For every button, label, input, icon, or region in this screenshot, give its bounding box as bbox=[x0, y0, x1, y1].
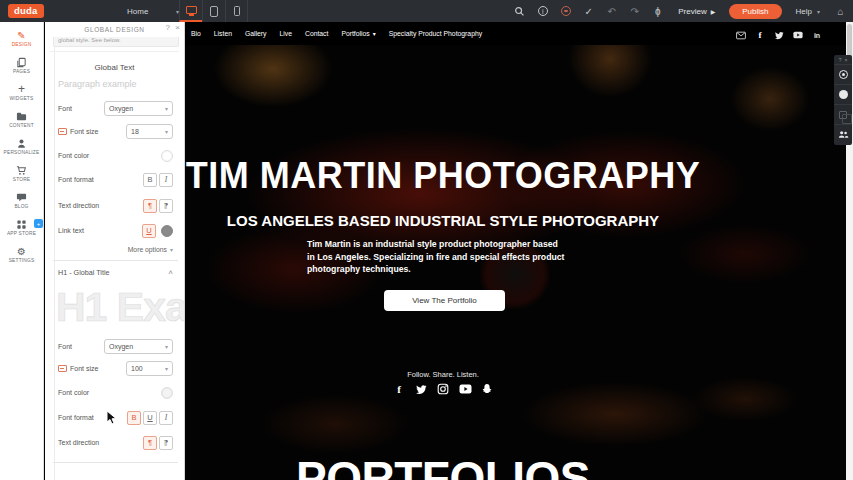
mobile-view-button[interactable] bbox=[225, 0, 248, 22]
nav-link-portfolios[interactable]: Portfolios ▾ bbox=[341, 30, 375, 37]
panel-help-button[interactable]: ? bbox=[166, 23, 170, 32]
sidebar-item-design[interactable]: ✎ DESIGN bbox=[0, 25, 43, 52]
sidebar-item-app-store[interactable]: APP STORE + bbox=[0, 214, 43, 241]
sidebar-label: PAGES bbox=[13, 69, 30, 74]
chevron-down-icon: ▾ bbox=[817, 8, 820, 15]
link-text-row: Link text U bbox=[58, 222, 173, 239]
preview-label: Preview bbox=[678, 7, 706, 16]
font-size-select[interactable]: 18 ▾ bbox=[126, 124, 173, 139]
nav-link-gallery[interactable]: Gallery bbox=[245, 30, 267, 37]
h1-font-row: Font Oxygen ▾ bbox=[58, 338, 173, 355]
direction-ltr-button[interactable]: ¶ bbox=[143, 199, 157, 213]
hero-title[interactable]: TIM MARTIN PHOTOGRAPHY bbox=[185, 155, 701, 197]
divider bbox=[53, 462, 178, 463]
snapchat-icon[interactable] bbox=[481, 382, 494, 396]
done-check-icon[interactable]: ✓ bbox=[582, 4, 595, 18]
h1-font-size-select[interactable]: 100 ▾ bbox=[126, 361, 173, 376]
hero-paragraph[interactable]: Tim Martin is an industrial style produc… bbox=[307, 238, 567, 276]
h1-direction-rtl-button[interactable]: ¶ bbox=[159, 436, 173, 450]
follow-text[interactable]: Follow. Share. Listen. bbox=[185, 370, 701, 379]
link-underline-button[interactable]: U bbox=[142, 224, 156, 238]
email-icon[interactable] bbox=[736, 30, 746, 40]
h1-font-family-select[interactable]: Oxygen ▾ bbox=[104, 339, 173, 354]
folder-icon bbox=[16, 111, 27, 122]
dashboard-home-icon[interactable]: ⌂ bbox=[834, 4, 847, 18]
font-format-label: Font format bbox=[58, 414, 94, 421]
chevron-down-icon: ▾ bbox=[165, 128, 168, 135]
feedback-icon[interactable] bbox=[559, 4, 572, 18]
brush-icon: ✎ bbox=[17, 30, 25, 41]
twitter-icon[interactable] bbox=[774, 30, 784, 40]
portfolios-section-title[interactable]: PORTFOLIOS bbox=[185, 451, 701, 480]
site-canvas[interactable]: Bio Listen Gallery Live Contact Portfoli… bbox=[185, 22, 853, 480]
link-color-swatch[interactable] bbox=[161, 225, 173, 237]
panel-close-button[interactable]: × bbox=[175, 23, 180, 32]
linkedin-icon[interactable]: in bbox=[812, 30, 822, 40]
sidebar-item-personalize[interactable]: PERSONALIZE bbox=[0, 133, 43, 160]
nav-link-listen[interactable]: Listen bbox=[214, 30, 232, 37]
layers-button[interactable] bbox=[834, 104, 852, 124]
text-direction-label: Text direction bbox=[58, 439, 99, 446]
page-selector-dropdown[interactable]: Home ▾ bbox=[125, 0, 181, 22]
nav-link-contact[interactable]: Contact bbox=[305, 30, 328, 37]
instagram-icon[interactable] bbox=[437, 382, 450, 396]
nav-link-bio[interactable]: Bio bbox=[191, 30, 201, 37]
device-switcher bbox=[179, 0, 248, 22]
tablet-view-button[interactable] bbox=[202, 0, 225, 22]
sidebar-item-pages[interactable]: PAGES bbox=[0, 52, 43, 79]
preview-button[interactable]: Preview ▶ bbox=[674, 7, 719, 16]
facebook-icon[interactable]: f bbox=[755, 30, 765, 40]
site-page: TIM MARTIN PHOTOGRAPHY LOS ANGELES BASED… bbox=[185, 22, 701, 480]
record-button[interactable] bbox=[834, 64, 852, 84]
help-label: Help bbox=[796, 7, 812, 16]
youtube-icon[interactable] bbox=[793, 30, 803, 40]
duda-editor: duda Home ▾ i ✓ ↶ ↷ ɸ Preview ▶ Publish bbox=[0, 0, 853, 480]
paragraph-example-preview[interactable]: Paragraph example bbox=[58, 79, 137, 89]
sidebar-item-content[interactable]: CONTENT bbox=[0, 106, 43, 133]
italic-button[interactable]: I bbox=[159, 173, 173, 187]
desktop-view-button[interactable] bbox=[179, 0, 202, 22]
publish-button[interactable]: Publish bbox=[729, 4, 781, 19]
h1-font-color-swatch[interactable] bbox=[161, 387, 173, 399]
hero-subtitle[interactable]: LOS ANGELES BASED INDUSTRIAL STYLE PHOTO… bbox=[185, 212, 701, 229]
h1-italic-button[interactable]: I bbox=[159, 411, 173, 425]
font-family-select[interactable]: Oxygen ▾ bbox=[104, 101, 173, 116]
h1-example-preview[interactable]: H1 Exa bbox=[56, 284, 184, 331]
undo-icon[interactable]: ↶ bbox=[605, 4, 618, 18]
sidebar-item-widgets[interactable]: + WIDGETS bbox=[0, 79, 43, 106]
collaborators-button[interactable] bbox=[834, 124, 852, 144]
chat-button[interactable] bbox=[834, 84, 852, 104]
page-selector-label: Home bbox=[127, 7, 148, 16]
sidebar-item-store[interactable]: STORE bbox=[0, 160, 43, 187]
twitter-icon[interactable] bbox=[415, 382, 428, 396]
h1-section-header[interactable]: H1 - Global Title ˄ bbox=[58, 268, 173, 277]
view-portfolio-button[interactable]: View The Portfolio bbox=[384, 290, 505, 311]
chevron-down-icon: ▾ bbox=[165, 105, 168, 112]
toolbar-close-button[interactable]: × bbox=[844, 57, 847, 63]
bold-button[interactable]: B bbox=[143, 173, 157, 187]
h1-underline-button[interactable]: U bbox=[143, 411, 157, 425]
info-icon[interactable]: i bbox=[536, 4, 549, 18]
font-format-row: Font format B I bbox=[58, 171, 173, 188]
font-color-swatch[interactable] bbox=[161, 150, 173, 162]
facebook-icon[interactable]: f bbox=[393, 382, 406, 396]
nav-link-live[interactable]: Live bbox=[280, 30, 292, 37]
chevron-down-icon: ▾ bbox=[165, 365, 168, 372]
nav-link-specialty[interactable]: Specialty Product Photography bbox=[389, 30, 482, 37]
dev-mode-icon[interactable]: ɸ bbox=[651, 4, 664, 18]
panel-scroll-track[interactable] bbox=[54, 37, 55, 480]
desktop-icon bbox=[186, 6, 197, 14]
h1-bold-button[interactable]: B bbox=[127, 411, 141, 425]
sidebar-item-blog[interactable]: BLOG bbox=[0, 187, 43, 214]
toolbar-help-button[interactable]: ? bbox=[839, 57, 842, 63]
sidebar-item-settings[interactable]: ⚙ SETTINGS bbox=[0, 241, 43, 268]
help-dropdown[interactable]: Help ▾ bbox=[792, 7, 824, 16]
duda-logo[interactable]: duda bbox=[8, 4, 44, 18]
redo-icon[interactable]: ↷ bbox=[628, 4, 641, 18]
direction-rtl-button[interactable]: ¶ bbox=[159, 199, 173, 213]
sidebar-label: APP STORE bbox=[7, 231, 36, 236]
search-icon[interactable] bbox=[513, 4, 526, 18]
h1-direction-ltr-button[interactable]: ¶ bbox=[143, 436, 157, 450]
youtube-icon[interactable] bbox=[459, 382, 472, 396]
more-options-link[interactable]: More options ▾ bbox=[128, 246, 173, 253]
